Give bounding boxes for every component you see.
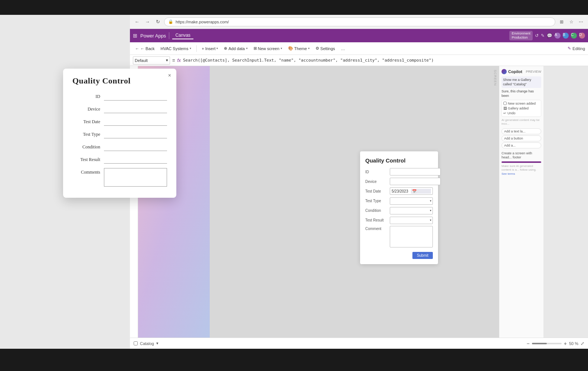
settings-label: Settings (320, 46, 335, 51)
user-avatar-2: B (563, 33, 569, 39)
zoom-out-btn[interactable]: − (527, 341, 530, 347)
app-select-testtype[interactable] (390, 197, 433, 204)
new-screen-chevron: ▾ (281, 47, 282, 50)
back-nav-btn[interactable]: ← (133, 18, 141, 26)
formula-eq-sign: = (172, 58, 175, 63)
undo-icon: ↩ (503, 111, 506, 115)
see-terms-link[interactable]: See terms (502, 172, 515, 175)
theme-btn[interactable]: 🎨 Theme ▾ (286, 45, 312, 52)
catalog-screen-name: Catalog (140, 341, 154, 346)
suggestion-add-btn[interactable]: Add a... (502, 142, 541, 148)
testtype-select[interactable] (390, 197, 433, 205)
app-label-comment: Comment (365, 227, 387, 231)
more-toolbar-btn[interactable]: … (339, 45, 347, 52)
more-icon: … (341, 46, 345, 51)
app-submit-btn[interactable]: Submit (412, 252, 433, 259)
sketch-field-testresult: Test Result (72, 155, 167, 164)
suggestion-text-btn[interactable]: Add a text la... (502, 128, 541, 134)
insert-chevron: ▾ (216, 47, 218, 50)
add-data-chevron: ▾ (246, 47, 248, 50)
sketch-input-testtype[interactable] (104, 130, 167, 138)
sketch-field-device: Device (72, 105, 167, 113)
url-text: https://make.powerapps.com/ (176, 20, 229, 24)
gallery-added-label: Gallery added (508, 106, 529, 110)
sketch-input-testdate[interactable] (104, 118, 167, 126)
sketch-input-id[interactable] (104, 92, 167, 101)
sketch-label-testdate: Test Date (72, 119, 100, 125)
sketch-field-id: ID (72, 92, 167, 101)
new-screen-checkbox[interactable] (503, 102, 507, 105)
pa-icon-2[interactable]: ✎ (541, 33, 545, 38)
copilot-response: Sure, this change has been (502, 89, 541, 98)
app-label-condition: Condition (365, 209, 387, 213)
copilot-user-prompt: Show me a Gallery called "Catalog" (502, 76, 541, 88)
add-data-btn[interactable]: ⊕ Add data ▾ (222, 45, 249, 52)
condition-select[interactable] (390, 207, 433, 214)
editing-badge: ✎ Editing (568, 46, 585, 51)
catalog-checkbox[interactable] (134, 341, 138, 345)
sketch-textarea-comments[interactable] (104, 168, 167, 187)
sketch-field-testdate: Test Date (72, 118, 167, 126)
catalog-chevron: ▾ (156, 341, 159, 346)
add-data-icon: ⊕ (224, 46, 227, 51)
grid-icon: ⊞ (133, 33, 137, 39)
more-nav-btn[interactable]: ⋯ (577, 18, 585, 26)
action-undo[interactable]: ↩ Undo (503, 111, 539, 115)
breadcrumb-btn[interactable]: HVAC Systems ▾ (159, 45, 193, 52)
settings-icon: ⚙ (316, 46, 319, 51)
sketch-label-testtype: Test Type (72, 132, 100, 137)
app-field-id: ID (365, 168, 433, 175)
env-label: Environment (512, 32, 530, 36)
formula-bar: Default ▾ = fx Search([@Contacts], Searc… (130, 55, 588, 66)
app-label-id: ID (365, 170, 387, 174)
sketch-input-testresult[interactable] (104, 155, 167, 164)
new-screen-icon: ⊞ (254, 46, 257, 51)
app-select-condition[interactable] (390, 207, 433, 214)
sketch-popup: × Quality Control ID Device Test Date Te… (63, 69, 176, 198)
address-bar[interactable]: 🔒 https://make.powerapps.com/ (164, 17, 555, 26)
new-screen-btn[interactable]: ⊞ New screen ▾ (251, 45, 284, 52)
fit-screen-btn[interactable]: ⤢ (581, 341, 584, 346)
app-input-device[interactable] (390, 178, 441, 185)
app-field-condition: Condition (365, 207, 433, 214)
app-input-id[interactable] (390, 168, 441, 175)
sketch-close-btn[interactable]: × (168, 72, 171, 78)
zoom-in-btn[interactable]: + (564, 341, 567, 347)
zoom-slider-fill (532, 343, 547, 344)
insert-btn[interactable]: + Insert ▾ (200, 45, 220, 52)
pa-icon-3[interactable]: 💬 (547, 33, 552, 38)
env-value: Production (512, 36, 530, 40)
sketch-input-condition[interactable] (104, 143, 167, 151)
app-textarea-comment[interactable] (390, 226, 433, 247)
copilot-preview-label: PREVIEW (526, 70, 541, 73)
formula-text[interactable]: Search([@Contacts], SearchInput1.Text, "… (183, 58, 585, 63)
testresult-select[interactable] (390, 217, 433, 224)
refresh-nav-btn[interactable]: ↻ (154, 18, 162, 26)
browser-nav: ← → ↻ 🔒 https://make.powerapps.com/ ⊞ ☆ … (130, 15, 588, 29)
theme-chevron: ▾ (308, 47, 310, 50)
sketch-popup-title: Quality Control (72, 76, 167, 86)
app-select-testresult[interactable] (390, 216, 433, 224)
response-text: Sure, this change has been (502, 89, 534, 98)
sketch-label-device: Device (72, 106, 100, 112)
insert-label: Insert (205, 46, 216, 51)
formula-dropdown[interactable]: Default ▾ (133, 56, 170, 65)
pa-icon-1[interactable]: ↺ (535, 33, 539, 38)
sketch-input-device[interactable] (104, 105, 167, 113)
back-btn[interactable]: ← ← Back (133, 45, 157, 52)
favorites-btn[interactable]: ☆ (567, 18, 575, 26)
copilot-suggestions: Add a text la... Add a button Add a... (502, 128, 541, 148)
sketch-form: ID Device Test Date Test Type Condition … (72, 92, 167, 187)
app-field-testtype: Test Type (365, 197, 433, 204)
new-screen-label: New screen (258, 46, 280, 51)
sketch-label-id: ID (72, 94, 100, 99)
forward-nav-btn[interactable]: → (143, 18, 151, 26)
pa-app-name: Power Apps (140, 33, 166, 39)
nav-actions: ⊞ ☆ ⋯ (558, 18, 585, 26)
suggestion-button-btn[interactable]: Add a button (502, 135, 541, 141)
settings-btn[interactable]: ⚙ Settings (313, 45, 337, 52)
app-label-testresult: Test Result (365, 218, 387, 222)
app-input-testdate[interactable]: 5/23/2023 📅 (390, 187, 433, 195)
canvas-tab[interactable]: Canvas (172, 32, 193, 39)
extensions-btn[interactable]: ⊞ (558, 18, 566, 26)
